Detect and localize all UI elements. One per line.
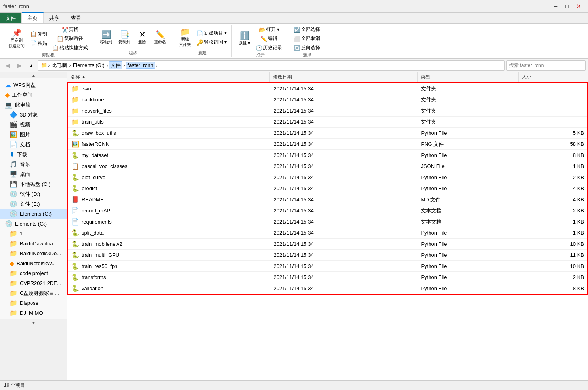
sidebar-item-music[interactable]: 🎵 音乐 [0, 159, 67, 169]
search-input[interactable] [506, 60, 586, 71]
select-all-button[interactable]: ☑️ 全部选择 [292, 25, 322, 34]
sidebar-scroll-down[interactable]: ▼ [0, 319, 67, 326]
copy-button[interactable]: 📋 复制 [29, 30, 49, 38]
select-buttons: ☑️ 全部选择 ⬜ 全部取消 🔄 反向选择 [292, 25, 322, 52]
table-row[interactable]: 📁.svn2021/11/14 15:34文件夹 [68, 83, 587, 94]
table-row[interactable]: 🐍train_multi_GPU2021/11/14 15:34Python F… [68, 250, 587, 261]
table-row[interactable]: 🐍plot_curve2021/11/14 15:34Python File2 … [68, 172, 587, 183]
table-row[interactable]: 🐍validation2021/11/14 15:34Python File8 … [68, 283, 587, 294]
back-button[interactable]: ◀ [2, 60, 13, 71]
sidebar-item-baidu-netdisk[interactable]: 📁 BaiduNetdiskDo... [0, 249, 67, 258]
sidebar-item-3d[interactable]: 🔷 3D 对象 [0, 110, 67, 120]
select-all-icon: ☑️ [294, 27, 300, 32]
tab-home[interactable]: 主页 [22, 12, 44, 23]
sidebar-item-video[interactable]: 🎬 视频 [0, 120, 67, 130]
tab-file[interactable]: 文件 [0, 13, 22, 23]
status-bar: 19 个项目 [0, 380, 588, 390]
breadcrumb[interactable]: 📁 › 此电脑 › Elements (G:) › 文件 › faster_rc… [38, 60, 505, 71]
deselect-all-button[interactable]: ⬜ 全部取消 [292, 34, 322, 43]
table-row[interactable]: 🐍transforms2021/11/14 15:34Python File2 … [68, 272, 587, 283]
sidebar-item-baidu-netdisk-w[interactable]: ◆ BaiduNetdiskW... [0, 258, 67, 268]
sidebar-item-documents[interactable]: 📄 文档 [0, 140, 67, 149]
header-date[interactable]: 修改日期 [270, 72, 418, 82]
window-close[interactable]: ✕ [573, 2, 585, 11]
new-folder-button[interactable]: 📁 新建文件夹 [177, 26, 193, 49]
sidebar-item-1[interactable]: 📁 1 [0, 229, 67, 239]
sidebar-item-c-slim[interactable]: 📁 C盘瘦身搬家目录... [0, 288, 67, 298]
title-bar-text: faster_rcnn [3, 3, 550, 9]
header-size[interactable]: 大小 [519, 72, 588, 82]
sidebar-item-wps[interactable]: ☁ WPS网盘 [0, 80, 67, 90]
sidebar-item-d[interactable]: 💿 软件 (D:) [0, 189, 67, 199]
table-row[interactable]: 🐍train_mobilenetv22021/11/14 15:34Python… [68, 239, 587, 250]
table-row[interactable]: 🖼️fasterRCNN2021/11/14 15:34PNG 文件58 KB [68, 139, 587, 150]
breadcrumb-file[interactable]: 文件 [109, 61, 122, 69]
file-type: Python File [418, 150, 518, 161]
move-to-button[interactable]: ➡️ 移动到 [98, 29, 115, 46]
file-date: 2021/11/14 15:34 [270, 250, 418, 260]
table-row[interactable]: 📁train_utils2021/11/14 15:34文件夹 [68, 117, 587, 128]
sidebar-item-baidu-dawnload[interactable]: 📁 BaiduDawnloa... [0, 239, 67, 249]
file-icon: 🐍 [71, 240, 79, 248]
sidebar-item-this-pc[interactable]: 💻 此电脑 [0, 100, 67, 110]
history-button[interactable]: 🕐 历史记录 [254, 44, 284, 52]
copy-to-button[interactable]: 📑 复制到 [116, 29, 133, 46]
file-size: 4 KB [518, 194, 587, 205]
sidebar-item-dji[interactable]: 📁 DJI MIMO [0, 308, 67, 318]
cut-button[interactable]: ✂️ 剪切 [50, 25, 90, 34]
sidebar-item-e[interactable]: 💿 文件 (E:) [0, 199, 67, 209]
sidebar-label-c: 本地磁盘 (C:) [20, 181, 50, 188]
open-button[interactable]: 📂 打开 ▾ [254, 25, 284, 34]
pin-quick-access-button[interactable]: 📌 固定到快速访问 [6, 27, 27, 50]
breadcrumb-elements-g[interactable]: Elements (G:) [72, 62, 106, 68]
sidebar-item-desktop[interactable]: 🖥️ 桌面 [0, 169, 67, 179]
breadcrumb-faster-rcnn[interactable]: faster_rcnn [126, 62, 155, 69]
edit-button[interactable]: ✏️ 编辑 [254, 34, 284, 43]
table-row[interactable]: 📄record_mAP2021/11/14 15:34文本文档2 KB [68, 205, 587, 216]
paste-shortcut-button[interactable]: 📋 粘贴快捷方式 [50, 44, 90, 52]
table-row[interactable]: 📕README2021/11/14 15:34MD 文件4 KB [68, 194, 587, 205]
sidebar-item-code-project[interactable]: 📁 code project [0, 268, 67, 278]
sidebar-item-workspace[interactable]: ◆ 工作空间 [0, 90, 67, 100]
file-icon: 🐍 [71, 151, 79, 159]
table-row[interactable]: 📁backbone2021/11/14 15:34文件夹 [68, 94, 587, 105]
sidebar-scroll-up[interactable]: ▲ [0, 72, 67, 78]
table-row[interactable]: 📄requirements2021/11/14 15:34文本文档1 KB [68, 216, 587, 228]
table-row[interactable]: 🐍draw_box_utils2021/11/14 15:34Python Fi… [68, 128, 587, 139]
paste-button[interactable]: 📄 粘贴 [29, 39, 49, 48]
copy-path-button[interactable]: 📋 复制路径 [50, 34, 90, 43]
header-name[interactable]: 名称 ▲ [67, 72, 270, 82]
rename-button[interactable]: ✏️ 重命名 [152, 29, 168, 46]
delete-button[interactable]: ✕ 删除 [134, 29, 150, 46]
easy-access-button[interactable]: 🔑 轻松访问 ▾ [195, 38, 228, 46]
table-row[interactable]: 🐍split_data2021/11/14 15:34Python File1 … [68, 228, 587, 239]
sidebar-label-workspace: 工作空间 [12, 92, 32, 99]
file-size: 2 KB [518, 172, 587, 183]
table-row[interactable]: 🐍predict2021/11/14 15:34Python File4 KB [68, 183, 587, 194]
sidebar-item-cvpr[interactable]: 📁 CVPR2021 2DE... [0, 278, 67, 288]
up-button[interactable]: ▲ [26, 60, 36, 71]
file-date: 2021/11/14 15:34 [270, 261, 418, 271]
breadcrumb-this-pc[interactable]: 此电脑 [50, 62, 68, 69]
sidebar-item-dispose[interactable]: 📁 Dispose [0, 298, 67, 308]
tab-share[interactable]: 共享 [44, 13, 65, 23]
table-row[interactable]: 🐍my_dataset2021/11/14 15:34Python File8 … [68, 150, 587, 161]
table-row[interactable]: 🐍train_res50_fpn2021/11/14 15:34Python F… [68, 261, 587, 272]
forward-button[interactable]: ▶ [14, 60, 25, 71]
sidebar-item-g[interactable]: 💿 Elements (G:) [0, 209, 67, 219]
invert-select-button[interactable]: 🔄 反向选择 [292, 44, 322, 52]
table-row[interactable]: 📁network_files2021/11/14 15:34文件夹 [68, 105, 587, 117]
sidebar-item-downloads[interactable]: ⬇ 下载 [0, 149, 67, 159]
file-type: 文本文档 [418, 205, 518, 216]
window-minimize[interactable]: ─ [550, 2, 561, 11]
table-row[interactable]: 📋pascal_voc_classes2021/11/14 15:34JSON … [68, 161, 587, 172]
sidebar-item-pictures[interactable]: 🖼️ 图片 [0, 130, 67, 140]
sidebar-item-c[interactable]: 💾 本地磁盘 (C:) [0, 179, 67, 189]
tab-view[interactable]: 查看 [65, 13, 87, 23]
sidebar-item-g2[interactable]: 💿 Elements (G:) [0, 219, 67, 229]
properties-button[interactable]: ℹ️ 属性 ▾ [237, 30, 252, 48]
new-item-button[interactable]: 📄 新建项目 ▾ [195, 29, 228, 37]
file-icon: 📄 [71, 218, 79, 226]
header-type[interactable]: 类型 [418, 72, 518, 82]
window-maximize[interactable]: □ [561, 2, 573, 11]
